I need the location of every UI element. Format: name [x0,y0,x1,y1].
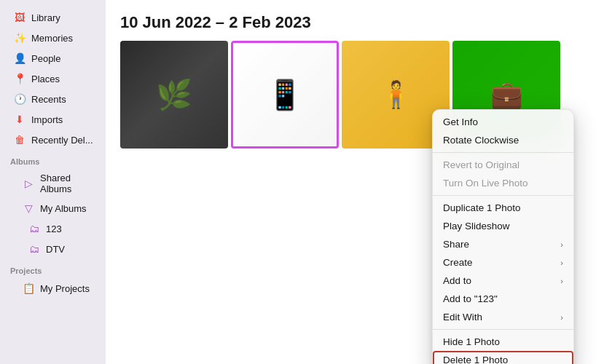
library-icon: 🖼 [13,11,26,24]
menu-item-label: Play Slideshow [443,221,510,232]
photo-thumb-1[interactable] [120,41,228,149]
menu-item-label: Get Info [443,116,478,127]
sidebar-item-label: Recently Del... [31,135,93,146]
menu-item-add-to-123[interactable]: Add to "123" [433,290,573,308]
sidebar-item-my-albums[interactable]: ▽ My Albums [4,199,101,218]
menu-item-create[interactable]: Create › [433,253,573,272]
menu-separator [433,195,573,196]
sidebar-item-shared-albums[interactable]: ▷ Shared Albums [4,170,101,197]
sidebar-item-label: Memories [31,33,73,44]
sidebar-item-library[interactable]: 🖼 Library [4,8,101,27]
menu-item-label: Share [443,239,469,250]
sidebar: 🖼 Library ✨ Memories 👤 People 📍 Places 🕐… [0,0,106,364]
menu-item-label: Rotate Clockwise [443,135,519,146]
sidebar-item-label: My Albums [40,203,87,214]
chevron-right-icon: › [560,277,563,285]
menu-item-delete-photo[interactable]: Delete 1 Photo [433,351,573,364]
menu-item-label: Revert to Original [443,159,519,170]
sidebar-item-recents[interactable]: 🕐 Recents [4,90,101,108]
context-menu: Get Info Rotate Clockwise Revert to Orig… [432,109,574,364]
menu-item-add-to[interactable]: Add to › [433,272,573,290]
menu-item-revert-to-original: Revert to Original [433,156,573,174]
menu-separator [433,152,573,153]
my-albums-icon: ▽ [22,202,35,215]
sidebar-item-recently-deleted[interactable]: 🗑 Recently Del... [4,130,101,149]
sidebar-item-album-123[interactable]: 🗂 123 [4,219,101,238]
album-icon: 🗂 [28,242,41,256]
sidebar-item-label: People [31,53,60,64]
chevron-right-icon: › [560,258,563,267]
shared-albums-icon: ▷ [22,177,35,190]
album-icon: 🗂 [28,222,41,235]
sidebar-item-my-projects[interactable]: 📋 My Projects [4,279,101,298]
sidebar-item-label: 123 [46,223,62,234]
date-range-header: 10 Jun 2022 – 2 Feb 2023 [106,0,612,41]
menu-item-share[interactable]: Share › [433,235,573,253]
people-icon: 👤 [13,52,26,65]
photo-thumb-2[interactable] [231,41,339,149]
imports-icon: ⬇ [13,113,26,126]
sidebar-item-label: My Projects [40,283,90,294]
menu-item-label: Create [443,257,473,268]
menu-item-label: Turn On Live Photo [443,178,528,189]
sidebar-item-imports[interactable]: ⬇ Imports [4,110,101,129]
sidebar-item-places[interactable]: 📍 Places [4,69,101,88]
sidebar-item-label: Recents [31,94,66,105]
chevron-right-icon: › [560,240,563,249]
albums-section-label: Albums [0,150,106,169]
menu-item-turn-on-live-photo: Turn On Live Photo [433,174,573,192]
sidebar-item-album-dtv[interactable]: 🗂 DTV [4,240,101,258]
menu-item-label: Duplicate 1 Photo [443,202,521,213]
sidebar-item-label: Shared Albums [40,173,94,194]
menu-item-edit-with[interactable]: Edit With › [433,308,573,326]
memories-icon: ✨ [13,31,26,44]
menu-item-hide-photo[interactable]: Hide 1 Photo [433,333,573,351]
menu-separator [433,329,573,330]
menu-item-label: Add to [443,275,471,286]
menu-item-label: Delete 1 Photo [443,355,508,364]
chevron-right-icon: › [560,313,563,322]
sidebar-item-memories[interactable]: ✨ Memories [4,28,101,47]
sidebar-item-label: Places [31,74,60,84]
menu-item-get-info[interactable]: Get Info [433,113,573,131]
sidebar-item-label: Imports [31,114,63,125]
sidebar-item-label: DTV [46,244,65,255]
menu-item-rotate-clockwise[interactable]: Rotate Clockwise [433,131,573,149]
sidebar-item-people[interactable]: 👤 People [4,49,101,68]
trash-icon: 🗑 [13,133,26,146]
projects-icon: 📋 [22,282,35,295]
sidebar-item-label: Library [31,12,60,23]
recents-icon: 🕐 [13,92,26,106]
main-content: 10 Jun 2022 – 2 Feb 2023 Get Info Rotate… [106,0,612,364]
places-icon: 📍 [13,72,26,85]
menu-item-label: Hide 1 Photo [443,336,500,347]
menu-item-label: Edit With [443,312,482,323]
projects-section-label: Projects [0,259,106,278]
menu-item-duplicate-photo[interactable]: Duplicate 1 Photo [433,199,573,217]
menu-item-label: Add to "123" [443,293,498,304]
menu-item-play-slideshow[interactable]: Play Slideshow [433,217,573,235]
